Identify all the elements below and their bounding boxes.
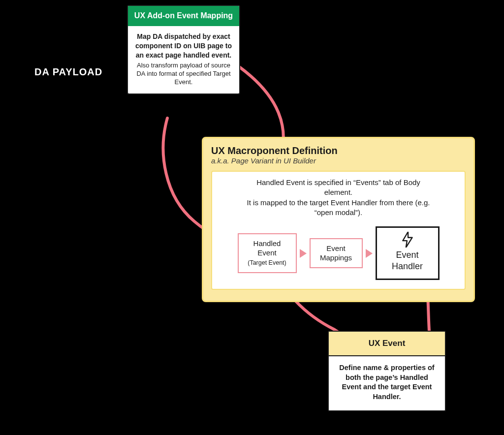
ux-event-card-header: UX Event	[329, 332, 445, 356]
ux-event-card: UX Event Define name & properties of bot…	[328, 331, 446, 411]
event-handler-box: Event Handler	[376, 226, 440, 280]
ux-event-card-body: Define name & properties of both the pag…	[329, 356, 445, 410]
ux-addon-card-body: Map DA dispatched by exact component ID …	[128, 26, 239, 93]
macro-card-inner: Handled Event is specified in “Events” t…	[211, 171, 466, 290]
ux-macroponent-definition-card: UX Macroponent Definition a.k.a. Page Va…	[202, 137, 475, 302]
macro-card-desc: Handled Event is specified in “Events” t…	[245, 178, 432, 218]
handled-event-box: Handled Event (Target Event)	[238, 233, 297, 273]
arrow-icon	[366, 249, 373, 258]
ux-addon-card-header: UX Add-on Event Mapping	[128, 6, 239, 26]
macro-flow-row: Handled Event (Target Event) Event Mappi…	[219, 226, 458, 280]
macro-card-subtitle: a.k.a. Page Variant in UI Builder	[211, 156, 466, 165]
handled-event-line2: Event	[257, 249, 276, 257]
arrow-icon	[300, 249, 307, 258]
lightning-bolt-icon	[401, 232, 414, 248]
handled-event-line1: Handled	[253, 239, 281, 248]
da-payload-label: DA PAYLOAD	[34, 66, 102, 78]
ux-addon-body-sub: Also transform payload of source DA into…	[133, 62, 234, 87]
handled-event-sub: (Target Event)	[248, 259, 286, 266]
macro-card-title: UX Macroponent Definition	[211, 145, 466, 156]
ux-addon-event-mapping-card: UX Add-on Event Mapping Map DA dispatche…	[127, 5, 240, 94]
event-mappings-line1: Event	[326, 244, 345, 252]
event-handler-line2: Handler	[392, 261, 423, 271]
event-mappings-line2: Mappings	[320, 253, 352, 262]
event-mappings-box: Event Mappings	[310, 238, 363, 269]
event-handler-line1: Event	[396, 250, 418, 260]
ux-addon-body-bold: Map DA dispatched by exact component ID …	[133, 32, 234, 60]
